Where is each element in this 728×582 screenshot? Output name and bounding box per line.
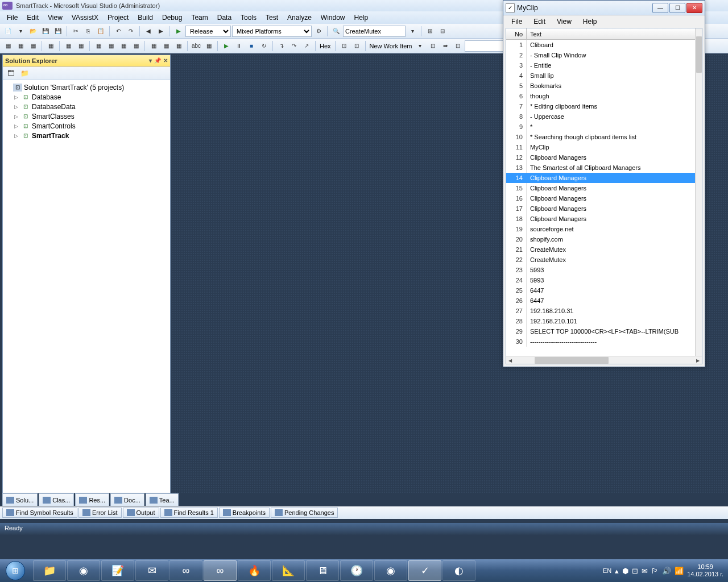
new-project-icon[interactable]: 📄 — [2, 26, 14, 37]
grid-row[interactable]: 18Clipboard Managers — [506, 214, 695, 224]
bottom-tab[interactable]: Tea... — [146, 493, 179, 506]
media-icon[interactable]: ◉ — [374, 560, 407, 581]
grid-row[interactable]: 256447 — [506, 285, 695, 296]
col-no[interactable]: No — [506, 28, 527, 39]
menu-data[interactable]: Data — [213, 13, 236, 23]
grid-row[interactable]: 22CreateMutex — [506, 255, 695, 265]
tray-icon[interactable]: ⊡ — [632, 567, 638, 575]
solution-node[interactable]: ⊡ Solution 'SmartTrack' (5 projects) — [3, 82, 170, 92]
expand-icon[interactable]: ▷ — [14, 94, 21, 100]
uncomment-icon[interactable]: ⊟ — [437, 26, 448, 37]
tb2-icon[interactable]: ⊡ — [351, 40, 362, 52]
tb2-icon[interactable]: ▦ — [160, 40, 172, 52]
menu-window[interactable]: Window — [316, 13, 350, 23]
grid-row[interactable]: 235993 — [506, 265, 695, 275]
app-icon[interactable]: 🖥 — [306, 560, 339, 581]
tb2-icon[interactable]: ▦ — [45, 40, 56, 52]
tb2-icon[interactable]: ▦ — [2, 40, 14, 52]
maximize-button[interactable]: ☐ — [669, 3, 685, 13]
grid-row[interactable]: 16Clipboard Managers — [506, 193, 695, 203]
play-icon[interactable]: ▶ — [173, 26, 184, 37]
project-node[interactable]: ▷⊡SmartTrack — [3, 131, 170, 140]
project-node[interactable]: ▷⊡DatabaseData — [3, 102, 170, 111]
grid-row[interactable]: 245993 — [506, 275, 695, 285]
chevron-down-icon[interactable]: ▾ — [415, 40, 426, 52]
taskbar[interactable]: ⊞ 📁 ◉ 📝 ✉ ∞ ∞ 🔥 📐 🖥 🕐 ◉ ✓ ◐ EN ▴ ⬢ ⊡ ✉ 🏳… — [0, 559, 728, 582]
dropdown-icon[interactable]: ▾ — [149, 57, 152, 64]
menu-view[interactable]: View — [43, 13, 67, 23]
new-work-item[interactable]: New Work Item — [369, 43, 413, 49]
search-input[interactable] — [343, 26, 406, 37]
chrome-icon[interactable]: ◉ — [67, 560, 100, 581]
tb2-icon[interactable]: ▦ — [75, 40, 86, 52]
bottom-tab[interactable]: Solu... — [2, 493, 38, 506]
output-tab[interactable]: Find Results 1 — [160, 508, 218, 518]
myclip-grid[interactable]: No Text 1Cliboard2 - Small Clip Window3 … — [506, 28, 702, 364]
step-over-icon[interactable]: ↷ — [288, 40, 300, 52]
menu-vassistx[interactable]: VAssistX — [67, 13, 103, 23]
tb2-icon[interactable]: ▦ — [15, 40, 26, 52]
grid-row[interactable]: 13The Smartest of all Clipboard Managers — [506, 163, 695, 173]
nav-fwd-icon[interactable]: ▶ — [155, 26, 167, 37]
tb2-icon[interactable]: ▦ — [130, 40, 142, 52]
grid-header[interactable]: No Text — [506, 28, 702, 40]
menu-edit[interactable]: Edit — [528, 16, 551, 27]
nav-back-icon[interactable]: ◀ — [143, 26, 154, 37]
add-item-icon[interactable]: ▾ — [15, 26, 26, 37]
network-icon[interactable]: 📶 — [675, 567, 684, 575]
debug-stop-icon[interactable]: ■ — [246, 40, 257, 52]
tb2-icon[interactable]: ▦ — [203, 40, 214, 52]
save-all-icon[interactable]: 💾 — [52, 26, 64, 37]
grid-row[interactable]: 8 - Uppercase — [506, 111, 695, 122]
tb2-icon[interactable]: abc — [191, 40, 202, 52]
grid-row[interactable]: 7* Editing clipboard items — [506, 101, 695, 111]
gear-icon[interactable]: ⚙ — [313, 26, 324, 37]
project-node[interactable]: ▷⊡Database — [3, 92, 170, 102]
clock[interactable]: 10:59 14.02.2013 г. — [687, 563, 723, 578]
copy-icon[interactable]: ⎘ — [82, 26, 94, 37]
platform-combo[interactable]: Mixed Platforms — [232, 26, 312, 37]
project-node[interactable]: ▷⊡SmartControls — [3, 121, 170, 131]
panel-title[interactable]: Solution Explorer ▾ 📌 ✕ — [3, 55, 170, 66]
grid-row[interactable]: 29SELECT TOP 100000<CR><LF><TAB>--LTRIM(… — [506, 326, 695, 336]
outlook-icon[interactable]: ✉ — [135, 560, 168, 581]
tb2-icon[interactable]: ⊡ — [338, 40, 350, 52]
tray-icon[interactable]: ▴ — [615, 567, 619, 575]
notepadpp-icon[interactable]: 📝 — [101, 560, 134, 581]
save-icon[interactable]: 💾 — [40, 26, 51, 37]
hex-label[interactable]: Hex — [318, 43, 332, 49]
output-tab[interactable]: Breakpoints — [219, 508, 270, 518]
find-icon[interactable]: 🔍 — [330, 26, 342, 37]
dropdown-icon[interactable]: ▾ — [407, 26, 418, 37]
grid-row[interactable]: 2 - Small Clip Window — [506, 50, 695, 60]
grid-row[interactable]: 19sourceforge.net — [506, 224, 695, 234]
output-tab[interactable]: Pending Changes — [271, 508, 338, 518]
close-icon[interactable]: ✕ — [163, 57, 168, 64]
debug-play-icon[interactable]: ▶ — [221, 40, 232, 52]
menu-tools[interactable]: Tools — [236, 13, 261, 23]
menu-view[interactable]: View — [551, 16, 577, 27]
project-node[interactable]: ▷⊡SmartClasses — [3, 111, 170, 121]
start-button[interactable]: ⊞ — [0, 559, 31, 582]
menu-build[interactable]: Build — [133, 13, 158, 23]
tb2-icon[interactable]: ▦ — [173, 40, 184, 52]
tb2-icon[interactable]: ▦ — [105, 40, 117, 52]
step-out-icon[interactable]: ↗ — [301, 40, 312, 52]
close-button[interactable]: ✕ — [686, 3, 702, 13]
tb2-icon[interactable]: ▦ — [93, 40, 104, 52]
visual-studio-icon[interactable]: ∞ — [204, 560, 237, 581]
tray-icon[interactable]: 🏳 — [651, 567, 659, 575]
undo-icon[interactable]: ↶ — [113, 26, 124, 37]
config-combo[interactable]: Release — [185, 26, 231, 37]
col-text[interactable]: Text — [527, 28, 702, 39]
vertical-scrollbar[interactable] — [695, 28, 702, 356]
output-tab[interactable]: Error List — [78, 508, 122, 518]
arrow-right-icon[interactable]: ➡ — [440, 40, 451, 52]
bottom-tab[interactable]: Res... — [75, 493, 109, 506]
menu-file[interactable]: File — [2, 13, 22, 23]
volume-icon[interactable]: 🔊 — [662, 567, 671, 575]
scroll-thumb[interactable] — [535, 357, 609, 364]
pin-icon[interactable]: 📌 — [154, 57, 161, 64]
grid-row[interactable]: 17Clipboard Managers — [506, 203, 695, 214]
expand-icon[interactable]: ▷ — [14, 114, 21, 119]
